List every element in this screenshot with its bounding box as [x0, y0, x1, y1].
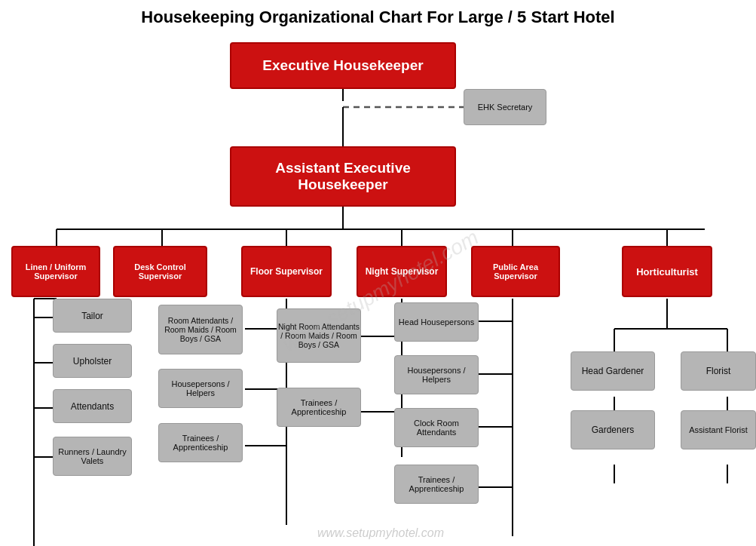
- housepersons-node: Housepersons / Helpers: [158, 369, 243, 408]
- asst-florist-node: Assistant Florist: [681, 410, 756, 449]
- ehk-secretary-node: EHK Secretary: [464, 89, 546, 125]
- watermark-bottom: www.setupmyhotel.com: [317, 526, 444, 540]
- gardeners-node: Gardeners: [571, 410, 655, 449]
- trainees-floor-node: Trainees / Apprenticeship: [158, 423, 243, 462]
- night-supervisor-node: Night Supervisor: [357, 246, 447, 297]
- room-attendants-node: Room Attendants / Room Maids / Room Boys…: [158, 305, 243, 354]
- housepersons-public-node: Housepersons / Helpers: [394, 355, 479, 394]
- florist-node: Florist: [681, 351, 756, 391]
- runners-node: Runners / Laundry Valets: [53, 437, 132, 476]
- night-room-att-node: Night Room Attendants / Room Maids / Roo…: [277, 308, 361, 363]
- exec-housekeeper-node: Executive Housekeeper: [230, 42, 456, 89]
- attendants-node: Attendants: [53, 389, 132, 423]
- desk-control-node: Desk Control Supervisor: [113, 246, 207, 297]
- trainees-night-node: Trainees / Apprenticeship: [277, 388, 361, 427]
- linen-supervisor-node: Linen / Uniform Supervisor: [11, 246, 100, 297]
- clock-room-node: Clock Room Attendants: [394, 408, 479, 447]
- floor-supervisor-node: Floor Supervisor: [241, 246, 332, 297]
- upholster-node: Upholster: [53, 344, 132, 378]
- tailor-node: Tailor: [53, 299, 132, 333]
- org-chart: Executive Housekeeper EHK Secretary Assi…: [11, 35, 750, 546]
- head-housepersons-node: Head Housepersons: [394, 302, 479, 342]
- horticulturist-node: Horticulturist: [622, 246, 712, 297]
- asst-exec-housekeeper-node: Assistant Executive Housekeeper: [230, 146, 456, 207]
- head-gardener-node: Head Gardener: [571, 351, 655, 391]
- public-area-node: Public Area Supervisor: [471, 246, 560, 297]
- trainees-public-node: Trainees / Apprenticeship: [394, 465, 479, 504]
- page-title: Housekeeping Organizational Chart For La…: [11, 8, 745, 27]
